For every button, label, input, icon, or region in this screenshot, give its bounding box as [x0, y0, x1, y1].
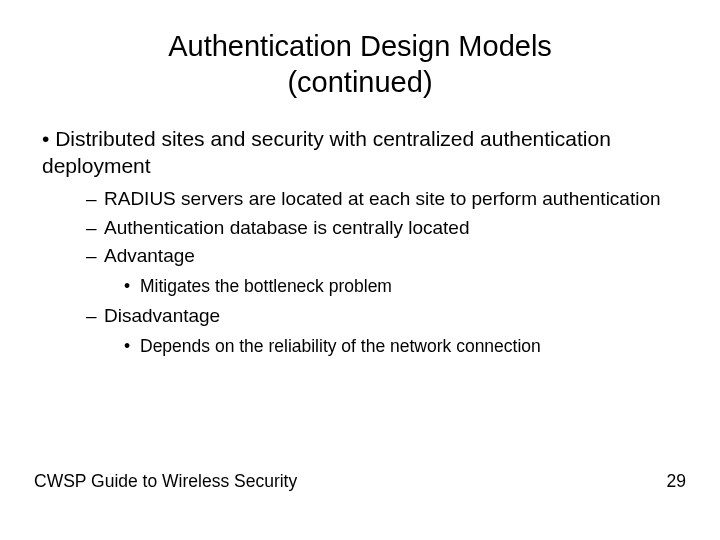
bullet-text: RADIUS servers are located at each site …	[104, 188, 661, 209]
bullet-text: Depends on the reliability of the networ…	[140, 336, 541, 356]
list-item: Disadvantage Depends on the reliability …	[86, 304, 686, 357]
footer-source: CWSP Guide to Wireless Security	[34, 471, 297, 492]
bullet-list-level3: Mitigates the bottleneck problem	[124, 275, 686, 298]
list-item: Authentication database is centrally loc…	[86, 216, 686, 241]
bullet-list-level1: Distributed sites and security with cent…	[42, 125, 686, 358]
list-item: Distributed sites and security with cent…	[42, 125, 686, 358]
bullet-list-level3: Depends on the reliability of the networ…	[124, 335, 686, 358]
bullet-text: Disadvantage	[104, 305, 220, 326]
bullet-text: Mitigates the bottleneck problem	[140, 276, 392, 296]
bullet-text: Authentication database is centrally loc…	[104, 217, 469, 238]
bullet-text: Distributed sites and security with cent…	[42, 127, 611, 177]
bullet-list-level2: RADIUS servers are located at each site …	[86, 187, 686, 357]
list-item: Depends on the reliability of the networ…	[124, 335, 686, 358]
title-line-2: (continued)	[287, 66, 432, 98]
list-item: Advantage Mitigates the bottleneck probl…	[86, 244, 686, 297]
list-item: RADIUS servers are located at each site …	[86, 187, 686, 212]
list-item: Mitigates the bottleneck problem	[124, 275, 686, 298]
slide-body: Distributed sites and security with cent…	[34, 125, 686, 358]
page-number: 29	[667, 471, 686, 492]
slide-footer: CWSP Guide to Wireless Security 29	[34, 471, 686, 492]
slide-title: Authentication Design Models (continued)	[34, 28, 686, 101]
title-line-1: Authentication Design Models	[168, 30, 552, 62]
bullet-text: Advantage	[104, 245, 195, 266]
